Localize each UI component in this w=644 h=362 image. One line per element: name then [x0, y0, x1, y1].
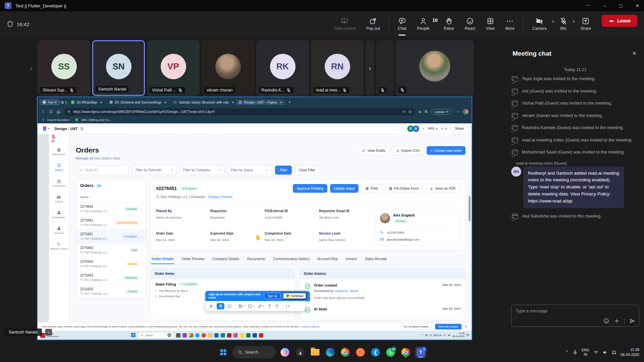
presenter-add-icon[interactable]: + [45, 329, 52, 336]
wifi-icon[interactable] [443, 334, 446, 337]
mic-button[interactable]: Mic [554, 15, 573, 34]
tab-communication-history[interactable]: Communication History [272, 255, 310, 264]
sidebar-item-vendors[interactable]: 👤︎Vendors [54, 226, 64, 235]
shape-tool-icon[interactable]: ∨ [248, 304, 255, 308]
tab-company-details[interactable]: Company Details [212, 255, 240, 264]
address-bar[interactable]: https://www.figma.com/design/9BKQ0FOHRWa… [64, 108, 415, 115]
allow-cookies-button[interactable]: Allow all cookies [435, 324, 462, 329]
sidebar-item-dashboard[interactable]: ▦Dashboard [52, 147, 65, 156]
app-icon[interactable] [253, 333, 257, 338]
browser-tab-active[interactable]: Design - UAT – Figma✕ [236, 100, 285, 105]
browser-profile-avatar[interactable] [463, 109, 468, 114]
create-new-order-button[interactable]: + Create new order [427, 146, 466, 155]
bookmark-item[interactable]: Import favorites [47, 118, 69, 122]
copilot-icon[interactable] [279, 347, 291, 358]
participant-tile[interactable]: vikram chavan [202, 40, 254, 96]
chrome-icon[interactable] [340, 347, 351, 358]
taskbar-search[interactable]: Search [138, 333, 174, 338]
sidebar-item-companies[interactable]: ▤Companies [52, 179, 65, 187]
participant-tile[interactable]: SN Santosh Narate [92, 40, 145, 96]
tiles-previous-icon[interactable]: ‹ [27, 40, 36, 96]
order-row[interactable]: 2279451TL Flex Holdings LLC Approval Pen… [76, 216, 146, 230]
participant-tile[interactable]: RK Ravindra K... [256, 40, 309, 96]
approval-pending-button[interactable]: Approval Pending [293, 184, 327, 193]
order-row[interactable]: 2276450TL Flex Holdings LLC Draft› [76, 243, 146, 257]
app-icon[interactable] [176, 333, 180, 338]
camera-options-chevron-icon[interactable]: ∨ [552, 19, 554, 34]
taskbar-clock[interactable]: 11:3808-04-2025 [452, 332, 465, 338]
app-icon[interactable] [214, 333, 219, 338]
order-row[interactable]: 2276433TL Flex Holdings LLC Review› [76, 257, 146, 271]
cookie-close-icon[interactable]: ✕ [465, 325, 468, 328]
tab-close-icon[interactable]: ✕ [279, 101, 282, 104]
tiles-next-icon[interactable]: › [366, 40, 374, 96]
vscode-icon[interactable]: ❮ [370, 347, 381, 358]
save-as-pdf-button[interactable]: Save as PDF [426, 184, 460, 193]
deny-cookies-button[interactable]: Do not allow cookies [401, 324, 432, 329]
update-status-button[interactable]: Update status [330, 184, 359, 193]
app-icon[interactable] [227, 333, 231, 338]
brave-icon[interactable] [355, 347, 366, 358]
language-indicator[interactable]: ENG IN [433, 334, 441, 337]
speaker-icon[interactable] [448, 334, 451, 337]
order-id-search-input[interactable]: Order ID [76, 166, 129, 175]
share-button[interactable]: Share [575, 15, 596, 34]
start-button[interactable] [218, 347, 229, 358]
tab-order-preview[interactable]: Order Preview [181, 255, 205, 264]
frame-tool-icon[interactable]: ∨ [238, 304, 245, 308]
order-row[interactable]: 2216433TL Flex Holdings LLC Created› [76, 285, 146, 298]
present-icon[interactable]: ▷ ∨ [441, 127, 447, 130]
extensions-icon[interactable]: ⚙ [424, 110, 428, 114]
tab-account-rep[interactable]: Account Rep [317, 255, 338, 264]
send-icon[interactable] [629, 318, 635, 324]
leave-button[interactable]: Leave [602, 15, 637, 27]
order-row-selected[interactable]: 2276451TL Flex Holdings LLC In Progress› [76, 230, 146, 243]
app-icon[interactable] [246, 333, 251, 338]
chrome-profile-icon[interactable] [400, 347, 412, 358]
name-column-header[interactable]: Name ↓ [76, 192, 146, 202]
hand-tool-icon[interactable] [217, 303, 224, 309]
participant-tile[interactable]: RN read.ai mee... [311, 40, 364, 96]
sidebar-item-clients[interactable]: 👥︎Clients [55, 195, 63, 203]
app-icon[interactable] [195, 333, 200, 338]
tray-icon[interactable]: 🖳︎ [425, 334, 428, 337]
figma-share-button[interactable]: Share [450, 125, 468, 132]
close-button[interactable]: ✕ [635, 3, 639, 8]
canvas-scrollbar[interactable] [469, 196, 471, 221]
clear-filter-button[interactable]: Clear Filter [295, 166, 319, 175]
tab-order-details[interactable]: Order Details [151, 255, 174, 264]
tray-expand-icon[interactable]: ⌃ [565, 350, 569, 355]
browser-tab[interactable]: (6) WhatsApp✕ [68, 100, 105, 105]
layout-panel-icon[interactable]: ▥ [80, 126, 84, 131]
app-icon[interactable] [221, 333, 225, 338]
filter-status-select[interactable]: Filter by Status∨ [227, 166, 272, 175]
app-icon[interactable] [233, 333, 238, 338]
app-icon[interactable] [240, 333, 244, 338]
move-tool-icon[interactable] [209, 304, 214, 308]
figma-signup-button[interactable]: Sign up [264, 293, 280, 299]
camera-button[interactable]: Camera [527, 15, 552, 34]
mic-options-chevron-icon[interactable]: ∨ [573, 19, 575, 34]
avatars-chevron-icon[interactable]: ∨ [423, 127, 425, 130]
browser-menu-icon[interactable] [455, 110, 460, 114]
view-drafts-button[interactable]: View Drafts [358, 146, 389, 155]
order-row[interactable]: 2279454TL Flex Holdings LLC Complete› [76, 202, 146, 216]
pop-out-button[interactable]: Pop out [361, 15, 385, 34]
comment-tool-icon[interactable] [227, 304, 232, 308]
sidebar-item-employees[interactable]: 👤︎Employees [52, 210, 66, 219]
cookies-settings-link[interactable]: Cookies settings [300, 325, 320, 328]
sidebar-item-refresh-token[interactable]: ↻Refresh Token [50, 242, 67, 250]
split-screen-icon[interactable]: ⧈ [419, 110, 421, 114]
dev-mode-icon[interactable] [285, 304, 290, 308]
browser-update-button[interactable]: Update ↻ [431, 109, 452, 115]
figma-menu-button[interactable]: ∨ [41, 126, 52, 131]
maximize-button[interactable]: ▢ [619, 3, 623, 8]
battery-icon[interactable] [611, 350, 616, 355]
tab-actions-icon[interactable]: ⧉ [61, 100, 64, 105]
order-row[interactable]: 2276433TL Flex Holdings LLC Submitted› [76, 271, 146, 285]
chat-button[interactable]: Chat [392, 15, 412, 34]
tab-close-icon[interactable]: ✕ [232, 101, 234, 104]
bookmark-item[interactable]: Bills | Billing and Co... [81, 118, 112, 122]
print-button[interactable]: Print [361, 184, 382, 193]
minimize-button[interactable]: – [603, 3, 606, 8]
